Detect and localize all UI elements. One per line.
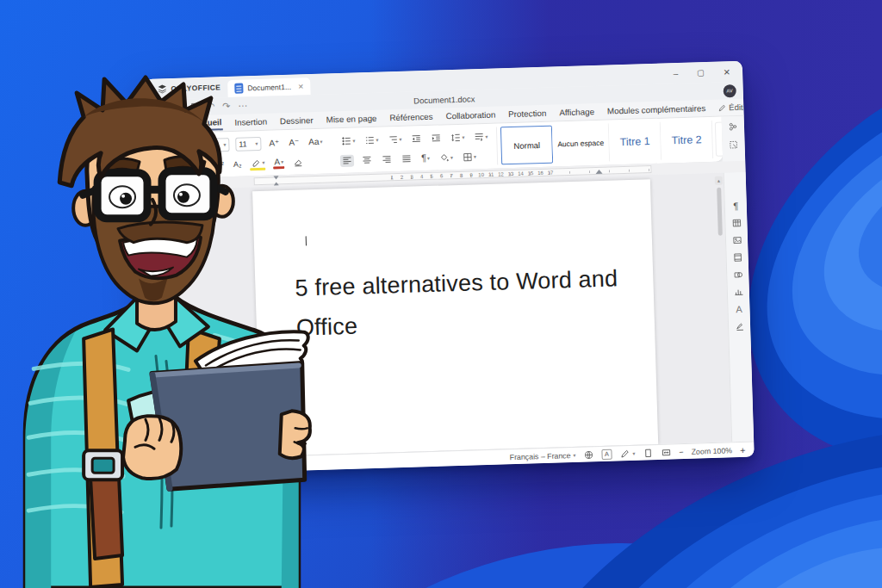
- increment-font-button[interactable]: A⁺: [267, 137, 281, 148]
- tab-references[interactable]: Références: [388, 110, 434, 125]
- italic-button[interactable]: I: [171, 160, 177, 171]
- strikethrough-button[interactable]: S: [199, 159, 208, 170]
- review-pen-icon: [619, 448, 630, 458]
- tab-collaboration[interactable]: Collaboration: [444, 108, 496, 123]
- quick-print-badge: ✓: [196, 108, 202, 114]
- user-avatar[interactable]: AV: [723, 84, 736, 97]
- nonprinting-characters-button[interactable]: ¶▾: [419, 152, 432, 164]
- minimize-button[interactable]: –: [673, 69, 678, 78]
- borders-button[interactable]: ▾: [461, 151, 478, 164]
- more-actions-icon[interactable]: ⋯: [238, 101, 248, 110]
- textart-settings-icon[interactable]: A: [736, 304, 742, 314]
- tab-mise-en-page[interactable]: Mise en page: [325, 112, 377, 127]
- redo-icon[interactable]: ↷: [222, 101, 231, 110]
- font-color-swatch: [274, 166, 285, 169]
- styles-gallery: Normal Aucun espace Titre 1 Titre 2 ⌄: [496, 120, 733, 164]
- document-heading: 5 free alternatives to Word and Office: [295, 258, 621, 348]
- header-footer-settings-icon[interactable]: [732, 252, 742, 263]
- onlyoffice-logo-icon: [157, 84, 167, 94]
- tab-accueil[interactable]: Accueil: [190, 115, 222, 131]
- highlight-color-swatch: [251, 167, 266, 170]
- spellcheck-icon[interactable]: A: [601, 449, 612, 459]
- style-aucun-espace[interactable]: Aucun espace: [552, 124, 610, 164]
- onlyoffice-brand[interactable]: ONLYOFFICE: [150, 77, 228, 100]
- bullets-button[interactable]: ▾: [339, 134, 357, 147]
- zoom-in-button[interactable]: +: [740, 444, 746, 455]
- save-icon[interactable]: [152, 102, 163, 113]
- subscript-button[interactable]: A₂: [232, 158, 244, 169]
- style-normal[interactable]: Normal: [500, 126, 553, 165]
- shape-settings-icon[interactable]: [733, 269, 743, 280]
- onlyoffice-window: ONLYOFFICE Document1... ✕ – ▢ ✕ ✓ ↶ ↷ ⋯ …: [145, 61, 755, 475]
- document-tab-label: Document1...: [247, 83, 291, 93]
- zoom-level-label: Zoom 100%: [691, 446, 732, 455]
- superscript-button[interactable]: A²: [214, 159, 226, 170]
- document-page[interactable]: 5 free alternatives to Word and Office: [252, 179, 658, 456]
- pencil-icon: [717, 103, 726, 112]
- tab-dessiner[interactable]: Dessiner: [279, 114, 314, 127]
- set-language-globe-icon[interactable]: [583, 449, 593, 460]
- marquee-select-icon[interactable]: [728, 139, 738, 150]
- decrement-font-button[interactable]: A⁻: [287, 137, 301, 148]
- font-size-select[interactable]: 11▾: [235, 136, 261, 151]
- decrease-indent-button[interactable]: [409, 133, 423, 145]
- underline-button[interactable]: U: [183, 159, 194, 170]
- quick-access-toolbar: ✓ ↶ ↷ ⋯: [152, 100, 249, 113]
- line-spacing-button[interactable]: ▾: [449, 131, 466, 144]
- tab-affichage[interactable]: Affichage: [558, 105, 595, 119]
- highlight-color-button[interactable]: ▾: [249, 156, 266, 170]
- tab-modules[interactable]: Modules complémentaires: [606, 102, 707, 118]
- zoom-out-button[interactable]: −: [679, 448, 683, 456]
- document-area: 5 free alternatives to Word and Office ▲…: [148, 172, 754, 460]
- style-titre-1[interactable]: Titre 1: [609, 122, 662, 162]
- document-icon: [234, 84, 243, 94]
- change-case-button[interactable]: Aa▾: [307, 136, 325, 148]
- image-settings-icon[interactable]: [731, 235, 742, 245]
- font-name-select[interactable]: ▾: [155, 138, 229, 154]
- align-left-button[interactable]: [340, 154, 354, 166]
- table-settings-icon[interactable]: [731, 218, 742, 228]
- close-button[interactable]: ✕: [723, 67, 730, 77]
- align-center-button[interactable]: [360, 153, 374, 165]
- print-icon[interactable]: [171, 102, 181, 113]
- numbering-button[interactable]: ▾: [363, 133, 380, 146]
- quick-print-icon[interactable]: ✓: [189, 102, 199, 112]
- chart-settings-icon[interactable]: [733, 287, 743, 297]
- increase-indent-button[interactable]: [429, 132, 443, 144]
- style-titre-2[interactable]: Titre 2: [661, 121, 713, 160]
- right-panel-top: [722, 116, 746, 162]
- indent-marker[interactable]: [274, 176, 280, 183]
- share-icon[interactable]: [728, 121, 738, 132]
- window-controls: – ▢ ✕: [673, 66, 737, 77]
- bold-button[interactable]: B: [156, 160, 166, 171]
- signature-settings-icon[interactable]: [734, 321, 744, 331]
- tab-close-icon[interactable]: ✕: [298, 83, 304, 90]
- multilevel-list-button[interactable]: ▾: [386, 133, 403, 145]
- maximize-button[interactable]: ▢: [697, 68, 705, 77]
- clear-style-icon[interactable]: [291, 156, 305, 168]
- highlight-pen-icon: [251, 157, 261, 167]
- tab-insertion[interactable]: Insertion: [233, 115, 268, 129]
- scroll-up-icon[interactable]: ▲: [715, 176, 723, 185]
- language-selector[interactable]: Français – France▾: [510, 450, 576, 461]
- undo-icon[interactable]: ↶: [207, 102, 215, 111]
- text-cursor: [306, 236, 307, 245]
- fit-width-icon[interactable]: [661, 447, 671, 457]
- paragraph-spacing-button[interactable]: ▾: [472, 130, 489, 143]
- font-color-button[interactable]: A ▾: [272, 156, 285, 169]
- align-justify-button[interactable]: [400, 152, 413, 164]
- right-margin-marker[interactable]: [595, 166, 602, 174]
- shading-button[interactable]: ▾: [438, 152, 455, 164]
- brand-label: ONLYOFFICE: [171, 83, 220, 93]
- fit-page-icon[interactable]: [643, 448, 653, 458]
- track-changes-button[interactable]: ▾: [619, 448, 635, 459]
- scrollbar-thumb[interactable]: [717, 188, 723, 236]
- paragraph-settings-icon[interactable]: ¶: [733, 201, 738, 211]
- align-right-button[interactable]: [380, 153, 394, 165]
- tab-protection[interactable]: Protection: [507, 107, 548, 121]
